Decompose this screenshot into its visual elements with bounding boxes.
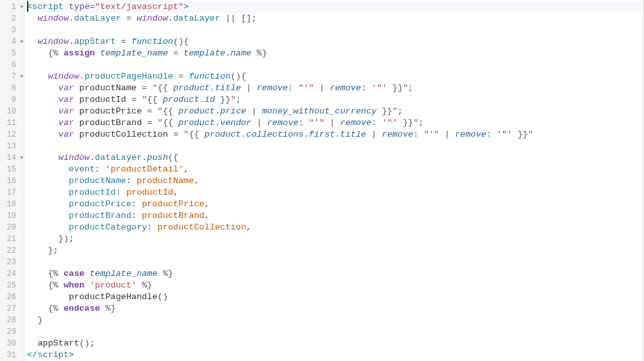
code-line-24[interactable]: {% case template_name %} xyxy=(24,268,643,280)
code-area[interactable]: <script type="text/javascript"> window.d… xyxy=(24,0,643,361)
code-line-17[interactable]: productId: productId, xyxy=(24,187,643,199)
code-line-11[interactable]: var productBrand = "{{ product.vendor | … xyxy=(24,117,643,129)
line-number: 11 xyxy=(0,117,24,129)
code-line-7[interactable]: window.productPageHandle = function(){ xyxy=(24,71,643,83)
code-line-21[interactable]: }); xyxy=(24,233,643,245)
line-number: 16 xyxy=(0,175,24,187)
line-number: 5 xyxy=(0,48,24,59)
line-number: 23 xyxy=(0,257,24,268)
line-number: 8 xyxy=(0,83,24,94)
code-line-6[interactable] xyxy=(24,59,643,71)
fold-toggle-icon[interactable]: ▼ xyxy=(20,36,23,48)
code-line-26[interactable]: productPageHandle() xyxy=(24,291,643,303)
line-number: 20 xyxy=(0,222,24,233)
line-number: 6 xyxy=(0,59,24,71)
code-line-13[interactable] xyxy=(24,141,643,152)
code-line-12[interactable]: var productCollection = "{{ product.coll… xyxy=(24,129,643,141)
line-number: 27 xyxy=(0,303,24,315)
code-line-27[interactable]: {% endcase %} xyxy=(24,303,643,315)
code-line-18[interactable]: productPrice: productPrice, xyxy=(24,199,643,210)
code-line-8[interactable]: var productName = "{{ product.title | re… xyxy=(24,83,643,94)
line-number: 14▼ xyxy=(0,152,24,164)
line-number: 30 xyxy=(0,338,24,349)
line-number: 26 xyxy=(0,291,24,303)
code-line-31[interactable]: </script> xyxy=(24,349,643,361)
line-number: 1▼ xyxy=(0,1,24,13)
line-number: 7▼ xyxy=(0,71,24,83)
line-number: 24 xyxy=(0,268,24,280)
line-number: 15 xyxy=(0,164,24,175)
line-number-gutter: 1▼234▼567▼891011121314▼15161718192021222… xyxy=(0,0,24,361)
code-line-19[interactable]: productBrand: productBrand, xyxy=(24,210,643,222)
line-number: 17 xyxy=(0,187,24,199)
line-number: 29 xyxy=(0,326,24,338)
code-line-23[interactable] xyxy=(24,257,643,268)
code-line-16[interactable]: productName: productName, xyxy=(24,175,643,187)
code-line-28[interactable]: } xyxy=(24,315,643,326)
line-number: 2 xyxy=(0,13,24,24)
code-line-1[interactable]: <script type="text/javascript"> xyxy=(24,1,643,13)
line-number: 3 xyxy=(0,24,24,36)
code-line-20[interactable]: productCategory: productCollection, xyxy=(24,222,643,233)
code-line-5[interactable]: {% assign template_name = template.name … xyxy=(24,48,643,59)
line-number: 13 xyxy=(0,141,24,152)
line-number: 19 xyxy=(0,210,24,222)
line-number: 21 xyxy=(0,233,24,245)
code-editor[interactable]: 1▼234▼567▼891011121314▼15161718192021222… xyxy=(0,0,644,361)
fold-toggle-icon[interactable]: ▼ xyxy=(20,1,23,13)
code-line-25[interactable]: {% when 'product' %} xyxy=(24,280,643,291)
code-line-4[interactable]: window.appStart = function(){ xyxy=(24,36,643,48)
fold-toggle-icon[interactable]: ▼ xyxy=(20,71,23,83)
fold-toggle-icon[interactable]: ▼ xyxy=(20,152,23,164)
code-line-14[interactable]: window.dataLayer.push({ xyxy=(24,152,643,164)
line-number: 10 xyxy=(0,106,24,117)
line-number: 4▼ xyxy=(0,36,24,48)
code-line-9[interactable]: var productId = "{{ product.id }}"; xyxy=(24,94,643,106)
code-line-3[interactable] xyxy=(24,24,643,36)
code-line-2[interactable]: window.dataLayer = window.dataLayer || [… xyxy=(24,13,643,24)
code-line-15[interactable]: event: 'productDetail', xyxy=(24,164,643,175)
code-line-10[interactable]: var productPrice = "{{ product.price | m… xyxy=(24,106,643,117)
line-number: 25 xyxy=(0,280,24,291)
code-line-29[interactable] xyxy=(24,326,643,338)
line-number: 22 xyxy=(0,245,24,257)
line-number: 31 xyxy=(0,349,24,361)
line-number: 9 xyxy=(0,94,24,106)
line-number: 12 xyxy=(0,129,24,141)
line-number: 18 xyxy=(0,199,24,210)
line-number: 28 xyxy=(0,315,24,326)
code-line-30[interactable]: appStart(); xyxy=(24,338,643,349)
code-line-22[interactable]: }; xyxy=(24,245,643,257)
